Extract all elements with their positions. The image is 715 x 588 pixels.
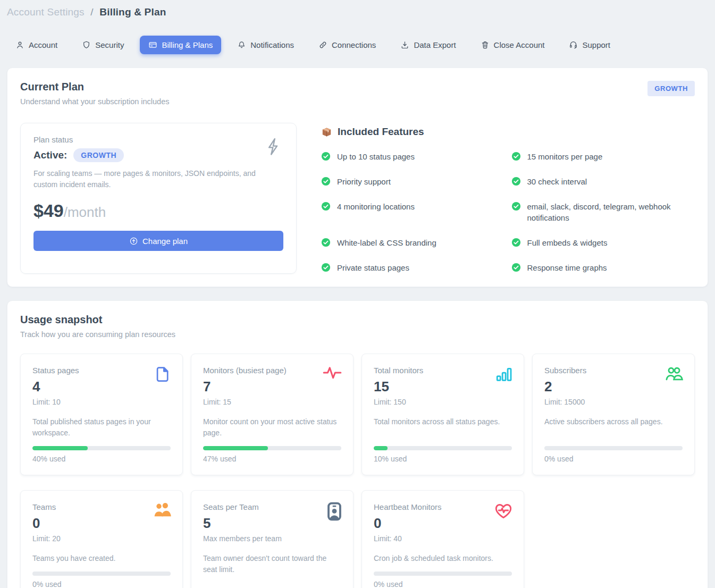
plan-status-card: Plan status Active: GROWTH For scaling t…	[20, 123, 297, 274]
tab-label: Close Account	[494, 40, 545, 49]
download-icon	[400, 40, 409, 49]
bell-icon	[237, 40, 246, 49]
usage-limit: Limit: 10	[32, 398, 171, 406]
usage-card-monitors-busiest: Monitors (busiest page) 7 Limit: 15 Moni…	[191, 354, 354, 475]
progress-track	[544, 446, 683, 450]
check-circle-icon	[511, 263, 521, 272]
tab-account[interactable]: Account	[7, 36, 66, 54]
feature-item: 30 check interval	[511, 176, 695, 188]
tab-label: Data Export	[414, 40, 456, 49]
tab-close-account[interactable]: Close Account	[472, 36, 553, 54]
tab-security[interactable]: Security	[73, 36, 132, 54]
plan-tier-badge: GROWTH	[647, 81, 695, 96]
check-circle-icon	[321, 238, 331, 247]
person-icon	[15, 40, 24, 49]
progress-fill	[203, 446, 268, 450]
usage-limit: Limit: 150	[374, 398, 512, 406]
check-circle-icon	[511, 201, 521, 211]
plan-status-badge: GROWTH	[73, 148, 124, 162]
tab-billing-plans[interactable]: Billing & Plans	[140, 36, 221, 54]
billing-page: Account Settings / Billing & Plan Accoun…	[0, 0, 715, 588]
current-plan-title: Current Plan	[20, 81, 169, 93]
tab-notifications[interactable]: Notifications	[229, 36, 302, 54]
usage-progress: 0% used	[374, 564, 512, 588]
usage-description: Monitor count on your most active status…	[203, 416, 341, 439]
current-plan-subtitle: Understand what your subscription includ…	[20, 97, 169, 106]
features-title: Included Features	[338, 126, 424, 138]
pulse-icon	[322, 365, 342, 381]
page-title: Billing & Plan	[99, 6, 166, 18]
breadcrumb-section[interactable]: Account Settings	[7, 6, 85, 18]
subscribers-icon	[664, 365, 684, 383]
usage-value: 2	[544, 379, 683, 395]
tab-connections[interactable]: Connections	[310, 36, 384, 54]
check-circle-icon	[511, 238, 521, 247]
usage-snapshot-section: Usage snapshot Track how you are consumi…	[7, 300, 708, 588]
check-circle-icon	[511, 177, 521, 186]
breadcrumb: Account Settings / Billing & Plan	[7, 0, 708, 18]
usage-value: 4	[32, 379, 171, 395]
feature-item: email, slack, discord, telegram, webhook…	[511, 201, 695, 224]
plan-description: For scaling teams — more pages & monitor…	[33, 168, 257, 190]
usage-progress: 0% used	[544, 439, 683, 463]
feature-item: 15 monitors per page	[511, 151, 695, 163]
package-icon	[321, 127, 332, 138]
feature-item: Response time graphs	[511, 262, 695, 274]
id-badge-icon	[326, 501, 342, 522]
usage-percent-label: 0% used	[32, 580, 171, 588]
empty-grid-cell	[532, 490, 533, 588]
feature-item: Full embeds & widgets	[511, 237, 695, 249]
check-circle-icon	[511, 152, 521, 161]
usage-limit: Max members per team	[203, 534, 341, 543]
feature-item: Up to 10 status pages	[321, 151, 505, 163]
usage-limit: Limit: 40	[374, 534, 512, 543]
usage-percent-label: 40% used	[32, 455, 171, 463]
tab-label: Support	[582, 40, 610, 49]
tab-support[interactable]: Support	[560, 36, 619, 54]
usage-description: Teams you have created.	[32, 553, 171, 564]
trash-icon	[481, 40, 490, 49]
usage-value: 0	[32, 515, 171, 532]
usage-progress: 47% used	[203, 439, 341, 463]
price-period: /month	[64, 204, 106, 220]
included-features: Included Features Up to 10 status pages …	[321, 123, 695, 274]
usage-limit: Limit: 15	[203, 398, 341, 406]
usage-progress: 0% used	[32, 564, 171, 588]
usage-percent-label: 47% used	[203, 455, 341, 463]
link-icon	[318, 40, 327, 49]
breadcrumb-separator: /	[90, 6, 93, 18]
teams-icon	[153, 501, 172, 518]
usage-card-subscribers: Subscribers 2 Limit: 15000 Active subscr…	[532, 354, 695, 475]
tab-data-export[interactable]: Data Export	[392, 36, 464, 54]
usage-title: Usage snapshot	[20, 314, 695, 326]
usage-value: 5	[203, 515, 341, 532]
heart-pulse-icon	[494, 501, 513, 519]
usage-value: 15	[374, 379, 512, 395]
usage-progress: 10% used	[374, 439, 512, 463]
usage-limit: Limit: 20	[32, 534, 171, 543]
usage-value: 0	[374, 515, 512, 532]
usage-subtitle: Track how you are consuming plan resourc…	[20, 330, 695, 339]
check-circle-icon	[321, 263, 331, 272]
usage-card-heartbeat-monitors: Heartbeat Monitors 0 Limit: 40 Cron job …	[361, 490, 524, 588]
change-plan-button[interactable]: Change plan	[33, 231, 283, 251]
usage-grid-row-1: Status pages 4 Limit: 10 Total published…	[20, 354, 695, 475]
usage-card-seats-per-team: Seats per Team 5 Max members per team Te…	[191, 490, 354, 588]
usage-limit: Limit: 15000	[544, 398, 683, 406]
price-amount: $49	[33, 200, 64, 221]
progress-fill	[32, 446, 88, 450]
check-circle-icon	[321, 152, 331, 161]
check-circle-icon	[321, 201, 331, 211]
progress-track	[374, 572, 512, 576]
usage-percent-label: 10% used	[374, 455, 512, 463]
feature-item: 4 monitoring locations	[321, 201, 505, 224]
usage-value: 7	[203, 379, 341, 395]
lightning-icon	[264, 136, 282, 157]
tab-label: Security	[95, 40, 124, 49]
progress-fill	[374, 446, 388, 450]
usage-description: Total published status pages in your wor…	[32, 416, 171, 439]
credit-card-icon	[148, 40, 157, 49]
usage-percent-label: 0% used	[374, 580, 512, 588]
progress-track	[32, 446, 171, 450]
usage-description: Team owner doesn't count toward the seat…	[203, 553, 341, 575]
